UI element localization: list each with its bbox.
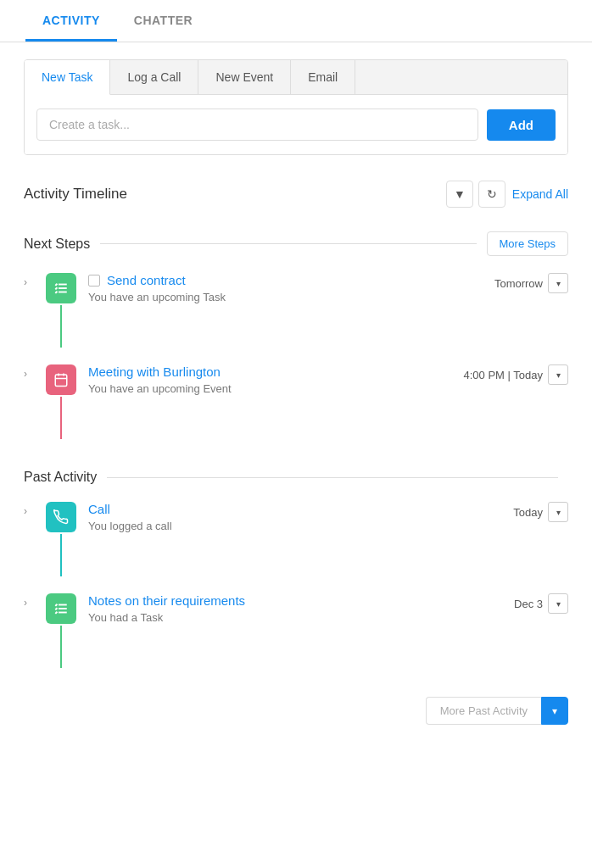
item-content-3: Call You logged a call — [80, 502, 513, 532]
more-past-chevron-button[interactable]: ▾ — [541, 697, 568, 725]
filter-icon: ▼ — [454, 187, 466, 201]
bottom-row: More Past Activity ▾ — [0, 683, 592, 742]
refresh-icon: ↻ — [487, 187, 497, 201]
item-icon-col-2 — [42, 364, 80, 439]
item-title-2[interactable]: Meeting with Burlington — [88, 364, 221, 379]
item-expand-3[interactable]: › — [24, 502, 42, 517]
item-dropdown-2[interactable]: ▾ — [548, 364, 568, 385]
next-steps-header: Next Steps More Steps — [0, 223, 592, 264]
task-tab-email[interactable]: Email — [291, 60, 355, 94]
next-steps-title: Next Steps — [24, 236, 90, 252]
item-content-2: Meeting with Burlington You have an upco… — [80, 364, 464, 395]
past-activity-header: Past Activity — [0, 461, 592, 493]
item-dropdown-1[interactable]: ▾ — [548, 273, 568, 293]
item-content-4: Notes on their requirements You had a Ta… — [80, 593, 514, 624]
task-icon-4 — [46, 593, 76, 624]
item-date-2: 4:00 PM | Today — [464, 369, 543, 381]
task-input[interactable] — [36, 108, 478, 141]
next-steps-divider — [100, 243, 476, 244]
task-tab-log-call[interactable]: Log a Call — [110, 60, 198, 94]
item-title-row-1: Send contract — [88, 273, 486, 287]
svg-rect-3 — [55, 375, 67, 387]
item-title-row-4: Notes on their requirements — [88, 593, 505, 608]
past-activity-list: › Call You logged a call Today ▾ › — [0, 493, 592, 676]
item-expand-4[interactable]: › — [24, 593, 42, 609]
next-steps-list: › Send contract You have an upcoming Tas… — [0, 264, 592, 448]
expand-all-button[interactable]: Expand All — [512, 187, 568, 201]
past-activity-title: Past Activity — [24, 470, 97, 485]
item-subtitle-4: You had a Task — [88, 611, 505, 624]
more-steps-button[interactable]: More Steps — [487, 231, 568, 256]
connector-1 — [60, 305, 62, 348]
item-checkbox-1[interactable] — [88, 275, 100, 287]
filter-button[interactable]: ▼ — [446, 181, 473, 208]
more-past-activity-button[interactable]: More Past Activity — [426, 697, 541, 725]
event-icon-2 — [46, 364, 76, 395]
item-content-1: Send contract You have an upcoming Task — [80, 273, 494, 303]
item-date-1: Tomorrow — [494, 277, 543, 290]
list-item: › Send contract You have an upcoming Tas… — [24, 264, 568, 356]
item-meta-1: Tomorrow ▾ — [494, 273, 568, 293]
list-item: › Meeting with Burlington You have an up… — [24, 356, 568, 448]
task-tab-new-event[interactable]: New Event — [198, 60, 291, 94]
list-item: › Call You logged a call Today ▾ — [24, 493, 568, 585]
item-meta-4: Dec 3 ▾ — [514, 593, 568, 614]
item-expand-1[interactable]: › — [24, 273, 42, 288]
item-icon-col-3 — [42, 502, 80, 576]
connector-3 — [60, 534, 62, 576]
tab-activity[interactable]: ACTIVITY — [25, 0, 117, 42]
add-button[interactable]: Add — [487, 109, 556, 141]
task-box: New Task Log a Call New Event Email Add — [24, 59, 568, 155]
timeline-header: Activity Timeline ▼ ↻ Expand All — [0, 172, 592, 216]
top-tab-bar: ACTIVITY CHATTER — [0, 0, 592, 42]
connector-2 — [60, 397, 62, 439]
item-subtitle-2: You have an upcoming Event — [88, 382, 455, 395]
item-icon-col-1 — [42, 273, 80, 348]
call-icon-3 — [46, 502, 76, 532]
item-title-row-3: Call — [88, 502, 505, 516]
item-date-3: Today — [513, 506, 543, 519]
past-activity-divider — [107, 477, 558, 478]
tab-chatter[interactable]: CHATTER — [117, 0, 209, 42]
timeline-title: Activity Timeline — [24, 186, 441, 203]
task-tab-bar: New Task Log a Call New Event Email — [25, 60, 567, 95]
item-dropdown-3[interactable]: ▾ — [548, 502, 568, 522]
refresh-button[interactable]: ↻ — [478, 181, 505, 208]
item-meta-2: 4:00 PM | Today ▾ — [464, 364, 568, 385]
list-item: › Notes on their requirements You had a … — [24, 585, 568, 676]
task-tab-new-task[interactable]: New Task — [25, 60, 110, 95]
item-date-4: Dec 3 — [514, 598, 543, 610]
item-title-4[interactable]: Notes on their requirements — [88, 593, 245, 608]
item-expand-2[interactable]: › — [24, 364, 42, 380]
item-title-3[interactable]: Call — [88, 502, 110, 516]
item-title-row-2: Meeting with Burlington — [88, 364, 455, 379]
chevron-down-icon: ▾ — [552, 705, 557, 717]
item-title-1[interactable]: Send contract — [107, 273, 186, 287]
item-subtitle-3: You logged a call — [88, 520, 505, 532]
item-icon-col-4 — [42, 593, 80, 668]
item-dropdown-4[interactable]: ▾ — [548, 593, 568, 614]
item-meta-3: Today ▾ — [513, 502, 568, 522]
task-input-row: Add — [25, 95, 567, 154]
item-subtitle-1: You have an upcoming Task — [88, 291, 486, 303]
connector-4 — [60, 626, 62, 668]
task-icon-1 — [46, 273, 76, 303]
